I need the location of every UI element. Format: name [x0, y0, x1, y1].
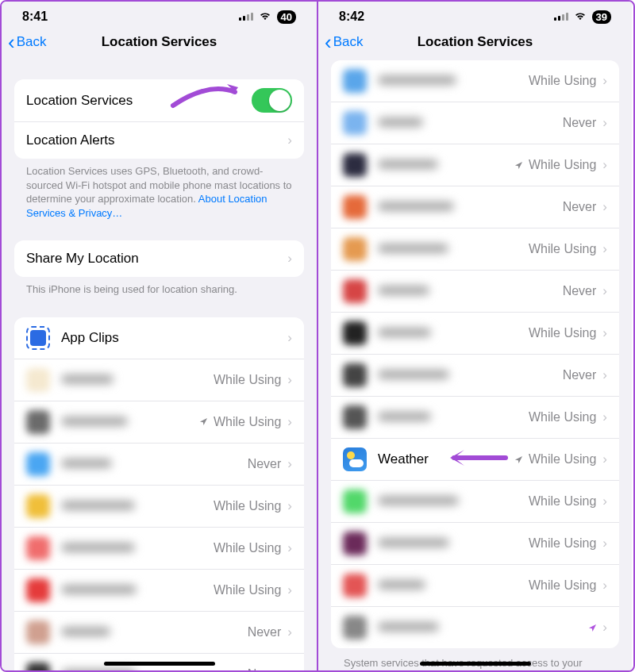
back-button[interactable]: ‹ Back	[325, 32, 363, 52]
row-app[interactable]: While Using ›	[331, 481, 619, 523]
row-label: Location Alerts	[26, 132, 287, 148]
app-icon	[343, 111, 367, 135]
row-app[interactable]: While Using ›	[14, 359, 304, 401]
row-location-services[interactable]: Location Services	[14, 79, 304, 122]
chevron-right-icon: ›	[287, 132, 292, 148]
app-name-blurred	[378, 620, 587, 636]
location-status: Never	[563, 368, 597, 382]
location-status: While Using	[214, 373, 281, 387]
row-app[interactable]: While Using ›	[331, 565, 619, 607]
toggle-location-services[interactable]	[252, 88, 292, 113]
row-app[interactable]: Never ›	[331, 102, 619, 144]
chevron-right-icon: ›	[602, 409, 607, 425]
chevron-right-icon: ›	[602, 325, 607, 341]
chevron-right-icon: ›	[287, 330, 292, 346]
location-status: Never	[248, 457, 282, 471]
status-right: 39	[554, 10, 611, 24]
location-status: While Using	[214, 541, 281, 555]
back-label: Back	[17, 34, 47, 50]
row-share-location[interactable]: Share My Location ›	[14, 240, 304, 277]
row-app[interactable]: Never ›	[331, 355, 619, 397]
location-status: While Using	[214, 583, 281, 597]
signal-icon	[239, 13, 253, 21]
row-app[interactable]: WeatherWhile Using ›	[331, 439, 619, 481]
row-app[interactable]: Never ›	[331, 271, 619, 313]
chevron-right-icon: ›	[602, 536, 607, 551]
app-name-blurred	[61, 624, 248, 640]
row-app[interactable]: Never ›	[14, 444, 304, 486]
chevron-right-icon: ›	[602, 578, 607, 593]
status-right: 40	[239, 10, 296, 24]
group-apps: App Clips › While Using › While Using › …	[14, 317, 304, 670]
chevron-right-icon: ›	[287, 372, 292, 388]
app-icon	[343, 405, 367, 429]
app-icon	[26, 536, 50, 560]
row-label: Share My Location	[26, 251, 287, 267]
app-name-blurred	[378, 157, 514, 173]
row-app[interactable]: While Using ›	[331, 228, 619, 271]
app-icon	[343, 237, 367, 261]
page-title: Location Services	[318, 34, 632, 50]
app-icon	[343, 490, 367, 513]
app-clips-icon	[26, 326, 50, 350]
row-app[interactable]: While Using ›	[331, 144, 619, 186]
app-name-blurred	[61, 666, 248, 670]
app-name-blurred	[61, 414, 198, 430]
battery-level: 39	[592, 10, 611, 24]
location-status: While Using	[214, 415, 281, 429]
app-icon	[343, 279, 367, 303]
group-apps: While Using › Never › While Using › Neve…	[331, 60, 619, 648]
phone-right: 8:42 39 ‹ Back Location Services While U…	[317, 2, 632, 670]
app-icon	[26, 452, 50, 476]
app-name-blurred	[378, 73, 529, 89]
app-name-blurred	[61, 456, 248, 472]
row-app[interactable]: While Using ›	[14, 486, 304, 528]
status-time: 8:42	[339, 10, 364, 24]
row-app[interactable]: While Using ›	[331, 523, 619, 565]
location-arrow-grey-icon	[514, 160, 524, 171]
location-status: While Using	[529, 326, 596, 340]
app-icon	[26, 494, 50, 518]
chevron-right-icon: ›	[602, 73, 607, 89]
row-app[interactable]: While Using ›	[14, 401, 304, 444]
row-location-alerts[interactable]: Location Alerts ›	[14, 122, 304, 159]
app-name-blurred	[378, 578, 529, 593]
app-name-blurred	[61, 582, 214, 598]
chevron-right-icon: ›	[287, 456, 292, 472]
back-label: Back	[333, 34, 364, 50]
row-app[interactable]: While Using ›	[14, 570, 304, 612]
location-arrow-purple-icon	[587, 623, 598, 633]
nav-bar: ‹ Back Location Services	[2, 27, 317, 59]
row-app[interactable]: ›	[331, 607, 619, 648]
row-app[interactable]: Never ›	[331, 186, 619, 228]
row-app[interactable]: While Using ›	[14, 528, 304, 570]
row-app[interactable]: While Using ›	[331, 397, 619, 439]
app-name-blurred	[61, 498, 214, 514]
annotation-arrow	[442, 442, 514, 474]
chevron-right-icon: ›	[287, 251, 292, 267]
location-status: While Using	[214, 499, 281, 513]
app-name-blurred	[378, 115, 563, 131]
location-status: While Using	[529, 158, 596, 172]
row-app-clips[interactable]: App Clips ›	[14, 317, 304, 359]
location-status: While Using	[529, 242, 596, 256]
page-title: Location Services	[2, 34, 317, 50]
location-status: Never	[563, 200, 597, 214]
chevron-right-icon: ›	[287, 624, 292, 640]
back-button[interactable]: ‹ Back	[8, 32, 46, 52]
row-app[interactable]: While Using ›	[331, 313, 619, 355]
location-status: Never	[563, 116, 597, 130]
home-indicator	[104, 662, 215, 666]
row-label: App Clips	[61, 330, 287, 346]
row-app[interactable]: Never ›	[14, 612, 304, 654]
app-name-blurred	[378, 367, 563, 383]
location-arrow-grey-icon	[198, 417, 209, 427]
app-name-blurred	[378, 325, 529, 341]
location-arrow-grey-icon	[514, 455, 524, 465]
row-app[interactable]: While Using ›	[331, 60, 619, 102]
app-icon	[343, 574, 367, 597]
app-icon	[343, 153, 367, 177]
chevron-right-icon: ›	[602, 241, 607, 257]
nav-bar: ‹ Back Location Services	[318, 27, 632, 59]
battery-level: 40	[277, 10, 296, 24]
